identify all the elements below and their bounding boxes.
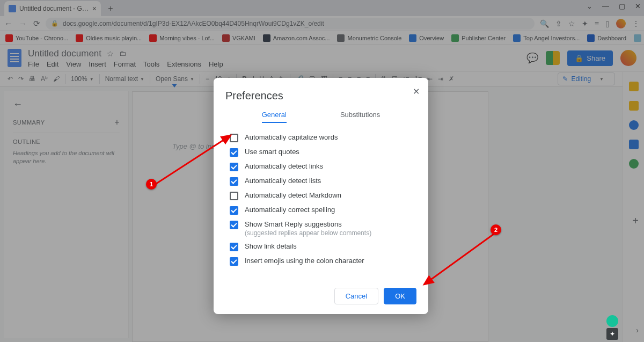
pref-label: Automatically detect links — [245, 162, 323, 170]
preferences-dialog: Preferences ✕ General Substitutions Auto… — [214, 78, 428, 314]
cancel-button[interactable]: Cancel — [334, 288, 378, 304]
pref-label: Insert emojis using the colon character — [245, 257, 364, 265]
pref-row: Use smart quotes — [225, 145, 416, 159]
pref-label: Automatically correct spelling — [245, 206, 335, 214]
tab-general[interactable]: General — [262, 111, 287, 123]
dialog-title: Preferences — [225, 90, 416, 102]
pref-checkbox[interactable] — [230, 221, 238, 229]
svg-line-0 — [155, 135, 231, 185]
pref-label: Show link details — [245, 242, 297, 250]
pref-label: Automatically detect Markdown — [245, 191, 341, 199]
pref-row: Automatically detect lists — [225, 174, 416, 188]
pref-label: Show Smart Reply suggestions(suggested r… — [245, 220, 371, 237]
explore-icon[interactable]: ✦ — [606, 328, 618, 340]
ok-button[interactable]: OK — [384, 288, 416, 304]
svg-line-1 — [424, 234, 494, 285]
grammarly-icon[interactable] — [606, 315, 618, 327]
pref-checkbox[interactable] — [230, 243, 238, 251]
pref-row: Automatically detect Markdown — [225, 188, 416, 203]
pref-checkbox[interactable] — [230, 192, 238, 200]
tab-substitutions[interactable]: Substitutions — [340, 111, 380, 123]
annotation-badge-1: 1 — [146, 179, 157, 190]
pref-row: Automatically capitalize words — [225, 130, 416, 145]
pref-label: Automatically capitalize words — [245, 133, 338, 141]
annotation-badge-2: 2 — [491, 224, 501, 235]
pref-row: Show link details — [225, 239, 416, 254]
pref-row: Automatically correct spelling — [225, 203, 416, 217]
pref-row: Automatically detect links — [225, 159, 416, 174]
pref-checkbox[interactable] — [230, 206, 238, 215]
pref-checkbox[interactable] — [230, 257, 238, 266]
pref-row: Show Smart Reply suggestions(suggested r… — [225, 217, 416, 239]
dialog-close-icon[interactable]: ✕ — [413, 86, 420, 97]
pref-label: Automatically detect lists — [245, 177, 321, 185]
pref-row: Insert emojis using the colon character — [225, 254, 416, 268]
pref-label: Use smart quotes — [245, 148, 299, 156]
